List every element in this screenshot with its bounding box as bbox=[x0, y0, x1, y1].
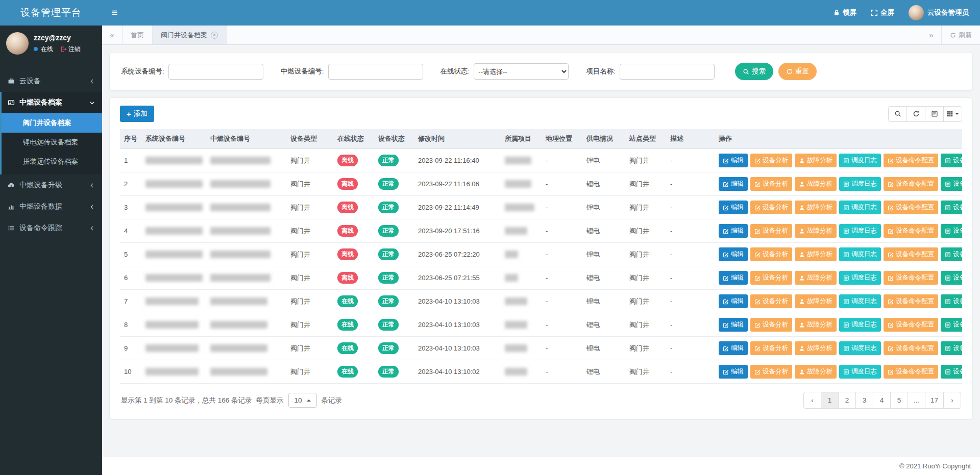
sidebar-item-link[interactable]: 云设备 bbox=[2, 70, 102, 92]
column-header[interactable]: 修改时间 bbox=[414, 129, 501, 149]
table-columns-button[interactable] bbox=[943, 106, 962, 122]
row-action-fault-analysis[interactable]: 故障分析 bbox=[795, 271, 837, 285]
table-search-toggle-button[interactable] bbox=[888, 106, 907, 122]
page-number-button[interactable]: 2 bbox=[838, 392, 856, 409]
row-action-dispatch-log[interactable]: 调度日志 bbox=[839, 271, 881, 285]
search-text-input[interactable] bbox=[328, 64, 423, 80]
row-action-edit[interactable]: 编辑 bbox=[719, 318, 748, 332]
row-action-device-info[interactable]: 设备信息 bbox=[941, 271, 962, 285]
row-action-device-analysis[interactable]: 设备分析 bbox=[750, 224, 792, 238]
row-action-edit[interactable]: 编辑 bbox=[719, 271, 748, 285]
lock-screen-button[interactable]: 锁屏 bbox=[833, 8, 856, 17]
row-action-device-info[interactable]: 设备信息 bbox=[941, 247, 962, 261]
page-prev-button[interactable]: ‹ bbox=[803, 392, 821, 409]
row-action-device-command-config[interactable]: 设备命令配置 bbox=[884, 365, 938, 379]
row-action-device-command-config[interactable]: 设备命令配置 bbox=[884, 177, 938, 191]
row-action-device-command-config[interactable]: 设备命令配置 bbox=[884, 154, 938, 167]
column-header[interactable]: 在线状态 bbox=[333, 129, 374, 149]
header-user-menu[interactable]: 云设备管理员 bbox=[909, 5, 969, 20]
row-action-edit[interactable]: 编辑 bbox=[719, 294, 748, 308]
page-number-button[interactable]: 5 bbox=[890, 392, 908, 409]
column-header[interactable]: 设备类型 bbox=[286, 129, 333, 149]
sidebar-item-link[interactable]: 中燃设备数据 bbox=[2, 196, 102, 217]
reset-button[interactable]: 重置 bbox=[778, 63, 817, 80]
row-action-fault-analysis[interactable]: 故障分析 bbox=[795, 341, 837, 355]
row-action-device-analysis[interactable]: 设备分析 bbox=[750, 201, 792, 214]
row-action-fault-analysis[interactable]: 故障分析 bbox=[795, 201, 837, 214]
page-number-button[interactable]: ... bbox=[908, 392, 925, 409]
row-action-device-info[interactable]: 设备信息 bbox=[941, 365, 962, 379]
row-action-device-analysis[interactable]: 设备分析 bbox=[750, 365, 792, 379]
row-action-dispatch-log[interactable]: 调度日志 bbox=[839, 201, 881, 214]
row-action-fault-analysis[interactable]: 故障分析 bbox=[795, 294, 837, 308]
row-action-device-command-config[interactable]: 设备命令配置 bbox=[884, 294, 938, 308]
row-action-edit[interactable]: 编辑 bbox=[719, 365, 748, 379]
row-action-device-command-config[interactable]: 设备命令配置 bbox=[884, 318, 938, 332]
row-action-fault-analysis[interactable]: 故障分析 bbox=[795, 154, 837, 167]
row-action-device-info[interactable]: 设备信息 bbox=[941, 177, 962, 191]
row-action-device-command-config[interactable]: 设备命令配置 bbox=[884, 201, 938, 214]
logout-link[interactable]: 注销 bbox=[60, 45, 81, 54]
row-action-edit[interactable]: 编辑 bbox=[719, 224, 748, 238]
row-action-device-analysis[interactable]: 设备分析 bbox=[750, 154, 792, 167]
row-action-edit[interactable]: 编辑 bbox=[719, 201, 748, 214]
row-action-device-info[interactable]: 设备信息 bbox=[941, 294, 962, 308]
tab-refresh-button[interactable]: 刷新 bbox=[941, 26, 980, 44]
row-action-dispatch-log[interactable]: 调度日志 bbox=[839, 224, 881, 238]
column-header[interactable]: 系统设备编号 bbox=[141, 129, 206, 149]
column-header[interactable]: 序号 bbox=[120, 129, 141, 149]
row-action-dispatch-log[interactable]: 调度日志 bbox=[839, 247, 881, 261]
row-action-device-info[interactable]: 设备信息 bbox=[941, 224, 962, 238]
column-header[interactable]: 中燃设备编号 bbox=[206, 129, 286, 149]
column-header[interactable]: 供电情况 bbox=[582, 129, 625, 149]
row-action-edit[interactable]: 编辑 bbox=[719, 154, 748, 167]
row-action-dispatch-log[interactable]: 调度日志 bbox=[839, 177, 881, 191]
row-action-fault-analysis[interactable]: 故障分析 bbox=[795, 318, 837, 332]
row-action-device-analysis[interactable]: 设备分析 bbox=[750, 177, 792, 191]
page-number-button[interactable]: 4 bbox=[873, 392, 891, 409]
add-button[interactable]: + 添加 bbox=[120, 106, 154, 122]
row-action-device-info[interactable]: 设备信息 bbox=[941, 318, 962, 332]
search-text-input[interactable] bbox=[620, 64, 715, 80]
tabs-scroll-right-icon[interactable]: » bbox=[921, 26, 941, 44]
row-action-fault-analysis[interactable]: 故障分析 bbox=[795, 247, 837, 261]
row-action-device-analysis[interactable]: 设备分析 bbox=[750, 294, 792, 308]
sidebar-subitem[interactable]: 锂电远传设备档案 bbox=[2, 133, 102, 152]
page-number-button[interactable]: 3 bbox=[855, 392, 873, 409]
column-header[interactable]: 站点类型 bbox=[625, 129, 666, 149]
row-action-edit[interactable]: 编辑 bbox=[719, 177, 748, 191]
row-action-edit[interactable]: 编辑 bbox=[719, 247, 748, 261]
row-action-dispatch-log[interactable]: 调度日志 bbox=[839, 318, 881, 332]
row-action-device-command-config[interactable]: 设备命令配置 bbox=[884, 271, 938, 285]
page-next-button[interactable]: › bbox=[943, 392, 961, 409]
page-number-button[interactable]: 1 bbox=[821, 392, 839, 409]
row-action-dispatch-log[interactable]: 调度日志 bbox=[839, 154, 881, 167]
row-action-device-command-config[interactable]: 设备命令配置 bbox=[884, 341, 938, 355]
tabs-scroll-left-icon[interactable]: « bbox=[102, 26, 122, 44]
search-button[interactable]: 搜索 bbox=[735, 63, 773, 80]
fullscreen-button[interactable]: 全屏 bbox=[871, 8, 894, 17]
row-action-dispatch-log[interactable]: 调度日志 bbox=[839, 294, 881, 308]
row-action-device-analysis[interactable]: 设备分析 bbox=[750, 247, 792, 261]
table-refresh-button[interactable] bbox=[906, 106, 925, 122]
row-action-dispatch-log[interactable]: 调度日志 bbox=[839, 341, 881, 355]
sidebar-item-link[interactable]: 中燃设备升级 bbox=[2, 174, 102, 196]
row-action-fault-analysis[interactable]: 故障分析 bbox=[795, 224, 837, 238]
column-header[interactable]: 操作 bbox=[715, 129, 962, 149]
row-action-device-info[interactable]: 设备信息 bbox=[941, 154, 962, 167]
tab-close-icon[interactable]: × bbox=[211, 32, 218, 39]
column-header[interactable]: 地理位置 bbox=[542, 129, 582, 149]
sidebar-item-link[interactable]: 设备命令跟踪 bbox=[2, 217, 102, 239]
row-action-dispatch-log[interactable]: 调度日志 bbox=[839, 365, 881, 379]
page-size-dropdown[interactable]: 10 bbox=[288, 393, 317, 408]
row-action-device-command-config[interactable]: 设备命令配置 bbox=[884, 247, 938, 261]
sidebar-item-link[interactable]: 中燃设备档案 bbox=[2, 92, 102, 113]
table-view-toggle-button[interactable] bbox=[925, 106, 944, 122]
column-header[interactable]: 描述 bbox=[666, 129, 715, 149]
tab-item[interactable]: 阀门井设备档案× bbox=[153, 26, 227, 44]
search-text-input[interactable] bbox=[168, 64, 263, 80]
page-number-button[interactable]: 17 bbox=[925, 392, 944, 409]
sidebar-subitem[interactable]: 阀门井设备档案 bbox=[2, 113, 102, 133]
sidebar-subitem[interactable]: 拼装远传设备档案 bbox=[2, 152, 102, 171]
row-action-fault-analysis[interactable]: 故障分析 bbox=[795, 177, 837, 191]
